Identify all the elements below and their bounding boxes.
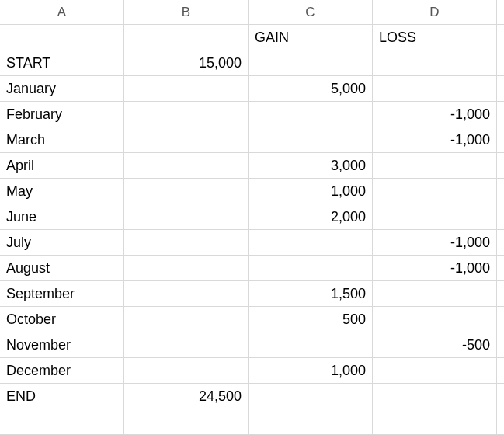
cell-b2[interactable]: 15,000 <box>124 50 249 76</box>
row-stub <box>497 358 504 384</box>
cell-c5[interactable] <box>249 127 373 153</box>
row-stub <box>497 230 504 256</box>
cell-a5[interactable]: March <box>0 127 124 153</box>
cell-a8[interactable]: June <box>0 204 124 230</box>
cell-b7[interactable] <box>124 179 249 204</box>
cell-c3[interactable]: 5,000 <box>249 76 373 102</box>
cell-d16[interactable] <box>373 409 497 435</box>
cell-a14[interactable]: December <box>0 358 124 384</box>
cell-b6[interactable] <box>124 153 249 179</box>
cell-a7[interactable]: May <box>0 179 124 204</box>
cell-b8[interactable] <box>124 204 249 230</box>
cell-d9[interactable]: -1,000 <box>373 230 497 256</box>
cell-c7[interactable]: 1,000 <box>249 179 373 204</box>
cell-c13[interactable] <box>249 332 373 358</box>
row-stub <box>497 256 504 281</box>
cell-b1[interactable] <box>124 25 249 50</box>
cell-a1[interactable] <box>0 25 124 50</box>
cell-a9[interactable]: July <box>0 230 124 256</box>
cell-c11[interactable]: 1,500 <box>249 281 373 307</box>
row-stub <box>497 153 504 179</box>
cell-d3[interactable] <box>373 76 497 102</box>
row-stub <box>497 102 504 127</box>
cell-c4[interactable] <box>249 102 373 127</box>
row-stub <box>497 384 504 409</box>
cell-d7[interactable] <box>373 179 497 204</box>
cell-a4[interactable]: February <box>0 102 124 127</box>
cell-d11[interactable] <box>373 281 497 307</box>
cell-a16[interactable] <box>0 409 124 435</box>
cell-a12[interactable]: October <box>0 307 124 332</box>
cell-d15[interactable] <box>373 384 497 409</box>
cell-c2[interactable] <box>249 50 373 76</box>
row-stub <box>497 25 504 50</box>
cell-b16[interactable] <box>124 409 249 435</box>
col-header-c[interactable]: C <box>249 0 373 25</box>
cell-d2[interactable] <box>373 50 497 76</box>
cell-c10[interactable] <box>249 256 373 281</box>
cell-a2[interactable]: START <box>0 50 124 76</box>
cell-a6[interactable]: April <box>0 153 124 179</box>
cell-b12[interactable] <box>124 307 249 332</box>
cell-c6[interactable]: 3,000 <box>249 153 373 179</box>
cell-d6[interactable] <box>373 153 497 179</box>
cell-b11[interactable] <box>124 281 249 307</box>
cell-b15[interactable]: 24,500 <box>124 384 249 409</box>
cell-c15[interactable] <box>249 384 373 409</box>
cell-d12[interactable] <box>373 307 497 332</box>
cell-c9[interactable] <box>249 230 373 256</box>
row-stub <box>497 307 504 332</box>
cell-d4[interactable]: -1,000 <box>373 102 497 127</box>
cell-d1[interactable]: LOSS <box>373 25 497 50</box>
cell-d10[interactable]: -1,000 <box>373 256 497 281</box>
cell-a3[interactable]: January <box>0 76 124 102</box>
cell-a13[interactable]: November <box>0 332 124 358</box>
cell-a15[interactable]: END <box>0 384 124 409</box>
cell-a10[interactable]: August <box>0 256 124 281</box>
cell-b5[interactable] <box>124 127 249 153</box>
row-stub <box>497 281 504 307</box>
cell-c8[interactable]: 2,000 <box>249 204 373 230</box>
cell-d13[interactable]: -500 <box>373 332 497 358</box>
cell-c12[interactable]: 500 <box>249 307 373 332</box>
cell-c16[interactable] <box>249 409 373 435</box>
cell-d8[interactable] <box>373 204 497 230</box>
cell-b10[interactable] <box>124 256 249 281</box>
row-stub <box>497 204 504 230</box>
cell-b4[interactable] <box>124 102 249 127</box>
col-header-d[interactable]: D <box>373 0 497 25</box>
cell-b3[interactable] <box>124 76 249 102</box>
row-stub <box>497 76 504 102</box>
row-stub <box>497 127 504 153</box>
row-stub <box>497 50 504 76</box>
col-header-b[interactable]: B <box>124 0 249 25</box>
col-header-a[interactable]: A <box>0 0 124 25</box>
row-stub <box>497 332 504 358</box>
cell-a11[interactable]: September <box>0 281 124 307</box>
cell-d5[interactable]: -1,000 <box>373 127 497 153</box>
cell-b14[interactable] <box>124 358 249 384</box>
col-header-stub <box>497 0 504 25</box>
cell-b9[interactable] <box>124 230 249 256</box>
cell-d14[interactable] <box>373 358 497 384</box>
cell-b13[interactable] <box>124 332 249 358</box>
spreadsheet-grid[interactable]: A B C D GAIN LOSS START 15,000 January 5… <box>0 0 504 435</box>
cell-c14[interactable]: 1,000 <box>249 358 373 384</box>
row-stub <box>497 409 504 435</box>
row-stub <box>497 179 504 204</box>
cell-c1[interactable]: GAIN <box>249 25 373 50</box>
